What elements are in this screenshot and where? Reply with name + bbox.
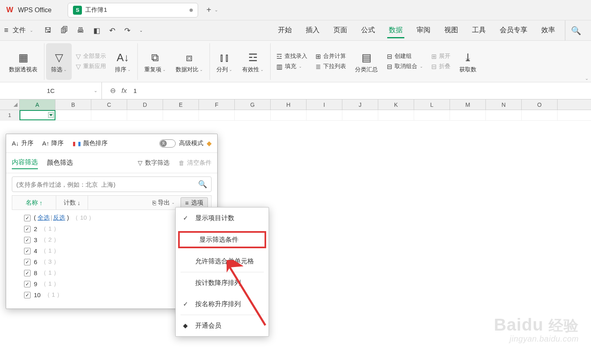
- undo-icon[interactable]: ↶: [109, 26, 115, 35]
- color-filter-tab[interactable]: 颜色筛选: [47, 157, 73, 169]
- cell[interactable]: [342, 110, 378, 120]
- col-L[interactable]: L: [414, 99, 450, 110]
- expand-button[interactable]: ⊞展开: [431, 53, 450, 60]
- clear-conditions-button[interactable]: 🗑清空条件: [179, 159, 212, 167]
- menu-insert[interactable]: 插入: [304, 23, 321, 38]
- cell[interactable]: [307, 110, 342, 120]
- sort-by-count-button[interactable]: 计数↓: [56, 196, 88, 210]
- collapse-button[interactable]: ⊟折叠: [431, 63, 450, 71]
- show-count-option[interactable]: ✓显示项目计数: [176, 207, 269, 229]
- fx-icon[interactable]: fx: [121, 87, 127, 95]
- menu-page[interactable]: 页面: [332, 23, 349, 38]
- save-icon[interactable]: 🖫: [44, 26, 52, 35]
- col-G[interactable]: G: [235, 99, 271, 110]
- search-button[interactable]: 🔍: [565, 20, 587, 40]
- group-button[interactable]: ⊟创建组: [387, 53, 423, 60]
- sort-desc-button[interactable]: A↑降序: [42, 139, 64, 147]
- filter-search-input[interactable]: [16, 181, 198, 188]
- filter-search-box[interactable]: 🔍: [12, 176, 212, 192]
- cell[interactable]: [163, 110, 199, 120]
- color-sort-button[interactable]: ▮▮颜色排序: [73, 139, 108, 147]
- menu-start[interactable]: 开始: [276, 23, 293, 38]
- options-button[interactable]: ≡选项: [181, 197, 208, 208]
- ungroup-button[interactable]: ⊟取消组合⌄: [387, 63, 423, 71]
- sort-asc-button[interactable]: A↓升序: [12, 139, 33, 147]
- menu-review[interactable]: 审阅: [415, 23, 432, 38]
- invert-link[interactable]: 反选: [53, 214, 65, 221]
- find-entry-button[interactable]: ☲查找录入: [276, 53, 307, 60]
- menu-tools[interactable]: 工具: [470, 23, 487, 38]
- cell[interactable]: [127, 110, 163, 120]
- col-N[interactable]: N: [486, 99, 522, 110]
- chevron-down-icon[interactable]: ⌄: [139, 28, 143, 33]
- reapply-button[interactable]: ▽重新应用: [76, 63, 106, 71]
- menu-efficiency[interactable]: 效率: [540, 23, 557, 38]
- number-filter-button[interactable]: ▽数字筛选: [138, 159, 170, 167]
- save-as-icon[interactable]: 🗐: [61, 26, 68, 35]
- sort-count-desc-option[interactable]: 按计数降序排列: [176, 272, 269, 293]
- name-box[interactable]: 1C ⌄: [0, 82, 102, 99]
- checkbox-checked-icon[interactable]: [24, 226, 31, 232]
- col-D[interactable]: D: [127, 99, 163, 110]
- menu-data[interactable]: 数据: [387, 23, 404, 38]
- cell-filter-button[interactable]: [48, 112, 54, 118]
- hamburger-icon[interactable]: ≡: [4, 26, 9, 35]
- dropdown-list-button[interactable]: ≣下拉列表: [315, 63, 346, 71]
- fetch-data-button[interactable]: ⤓ 获取数: [454, 43, 481, 80]
- redo-icon[interactable]: ↷: [124, 26, 130, 35]
- cell[interactable]: [522, 110, 558, 120]
- print-icon[interactable]: 🖶: [77, 26, 84, 35]
- col-H[interactable]: H: [271, 99, 307, 110]
- col-F[interactable]: F: [199, 99, 235, 110]
- ribbon-collapse-button[interactable]: ⌄: [585, 76, 589, 81]
- menu-view[interactable]: 视图: [443, 23, 460, 38]
- col-K[interactable]: K: [378, 99, 414, 110]
- consolidate-button[interactable]: ⊞合并计算: [315, 53, 346, 60]
- cell[interactable]: [235, 110, 271, 120]
- cell[interactable]: [199, 110, 235, 120]
- sort-by-name-button[interactable]: 名称↑: [12, 196, 56, 210]
- cell[interactable]: [55, 110, 91, 120]
- file-menu[interactable]: 文件: [13, 26, 26, 35]
- rowhead-1[interactable]: 1: [0, 110, 20, 120]
- checkbox-checked-icon[interactable]: [24, 237, 31, 243]
- cell[interactable]: [414, 110, 450, 120]
- print-preview-icon[interactable]: ◧: [93, 26, 100, 35]
- pivot-table-button[interactable]: ▦ 数据透视表: [4, 43, 44, 80]
- split-button[interactable]: ⫿⫿ 分列⌄: [212, 43, 237, 80]
- show-all-button[interactable]: ▽全部显示: [76, 53, 106, 60]
- fill-button[interactable]: ▥填充⌄: [276, 63, 307, 71]
- vip-option[interactable]: ◆开通会员: [176, 315, 269, 336]
- checkbox-checked-icon[interactable]: [24, 281, 31, 287]
- cell[interactable]: [450, 110, 486, 120]
- col-E[interactable]: E: [163, 99, 199, 110]
- document-tab[interactable]: S 工作簿1: [68, 3, 198, 18]
- col-O[interactable]: O: [522, 99, 558, 110]
- cell[interactable]: [91, 110, 127, 120]
- menu-formula[interactable]: 公式: [359, 23, 377, 38]
- checkbox-checked-icon[interactable]: [24, 270, 31, 276]
- compare-button[interactable]: ⧈ 数据对比⌄: [171, 43, 210, 80]
- cell[interactable]: [378, 110, 414, 120]
- checkbox-checked-icon[interactable]: [24, 248, 31, 254]
- cell-A1[interactable]: [20, 110, 55, 120]
- col-M[interactable]: M: [450, 99, 486, 110]
- export-button[interactable]: ⎘导出⌄: [152, 199, 175, 207]
- checkbox-checked-icon[interactable]: [24, 259, 31, 265]
- validity-button[interactable]: ☲ 有效性⌄: [237, 43, 271, 80]
- col-C[interactable]: C: [91, 99, 127, 110]
- filter-button[interactable]: ▽ 筛选⌄: [46, 43, 72, 80]
- checkbox-checked-icon[interactable]: [24, 292, 31, 298]
- new-tab-button[interactable]: + ⌄: [206, 5, 218, 15]
- content-filter-tab[interactable]: 内容筛选: [12, 157, 38, 169]
- col-B[interactable]: B: [55, 99, 91, 110]
- formula-input[interactable]: 1: [133, 87, 137, 94]
- show-conditions-option[interactable]: 显示筛选条件: [178, 231, 266, 248]
- sort-button[interactable]: A↓ 排序⌄: [110, 43, 138, 80]
- subtotal-button[interactable]: ▤ 分类汇总: [350, 43, 383, 80]
- col-J[interactable]: J: [342, 99, 378, 110]
- select-all-link[interactable]: 全选: [37, 214, 50, 221]
- cell[interactable]: [486, 110, 522, 120]
- col-I[interactable]: I: [307, 99, 342, 110]
- checkbox-checked-icon[interactable]: [24, 215, 31, 221]
